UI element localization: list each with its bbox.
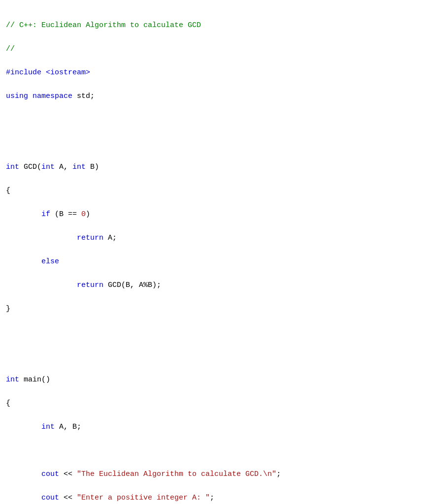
line-18: int A, B; <box>6 421 425 433</box>
line-15 <box>6 350 425 362</box>
code-display: // C++: Euclidean Algorithm to calculate… <box>6 8 425 504</box>
line-1: // C++: Euclidean Algorithm to calculate… <box>6 20 425 32</box>
line-8: { <box>6 185 425 197</box>
line-7: int GCD(int A, int B) <box>6 161 425 173</box>
line-3: #include <iostream> <box>6 67 425 79</box>
line-11: else <box>6 256 425 268</box>
line-21: cout << "Enter a positive integer A: "; <box>6 492 425 504</box>
line-4: using namespace std; <box>6 91 425 102</box>
line-20: cout << "The Euclidean Algorithm to calc… <box>6 469 425 480</box>
line-5 <box>6 114 425 126</box>
line-10: return A; <box>6 232 425 244</box>
line-14 <box>6 327 425 339</box>
line-12: return GCD(B, A%B); <box>6 280 425 291</box>
line-6 <box>6 138 425 150</box>
line-16: int main() <box>6 374 425 386</box>
line-9: if (B == 0) <box>6 209 425 220</box>
line-17: { <box>6 398 425 410</box>
line-2: // <box>6 43 425 55</box>
line-13: } <box>6 303 425 315</box>
line-19 <box>6 445 425 457</box>
